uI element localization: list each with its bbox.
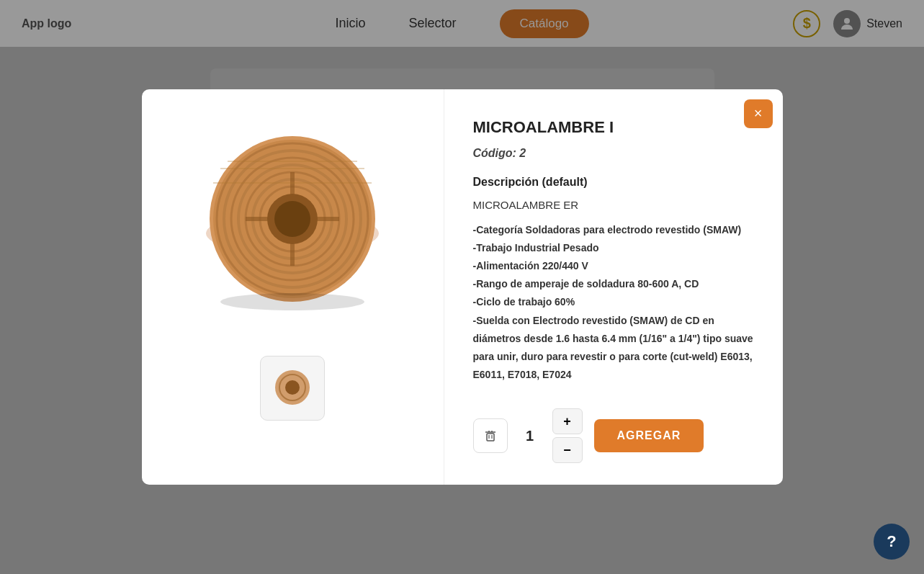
modal-overlay: × [0, 0, 924, 574]
modal-right-panel: MICROALAMBRE I Código: 2 Descripción (de… [444, 89, 783, 485]
product-image [192, 125, 393, 327]
product-specs: -Categoría Soldadoras para electrodo rev… [473, 221, 754, 385]
product-desc-name: MICROALAMBRE ER [473, 199, 754, 211]
trash-icon [483, 429, 498, 443]
modal-close-button[interactable]: × [744, 99, 773, 128]
product-thumbnail[interactable] [260, 356, 325, 421]
thumbnail-image [273, 368, 313, 408]
product-modal: × [142, 89, 783, 485]
svg-point-20 [220, 293, 364, 310]
quantity-controls: + − [552, 408, 583, 463]
add-to-cart-button[interactable]: AGREGAR [594, 419, 704, 452]
spec-5: -Ciclo de trabajo 60% [473, 293, 754, 311]
spec-1: -Categoría Soldadoras para electrodo rev… [473, 221, 754, 239]
svg-point-12 [274, 201, 310, 237]
spec-3: -Alimentación 220/440 V [473, 257, 754, 275]
spec-6: -Suelda con Electrodo revestido (SMAW) d… [473, 312, 754, 385]
product-title: MICROALAMBRE I [473, 118, 754, 137]
quantity-increment-button[interactable]: + [552, 408, 583, 434]
help-button[interactable]: ? [874, 524, 910, 560]
svg-point-23 [285, 380, 300, 395]
spec-4: -Rango de amperaje de soldadura 80-600 A… [473, 275, 754, 293]
product-desc-label: Descripción (default) [473, 176, 754, 189]
svg-rect-24 [487, 434, 494, 441]
product-image-area [184, 118, 400, 334]
quantity-decrement-button[interactable]: − [552, 437, 583, 463]
product-code: Código: 2 [473, 147, 754, 160]
modal-left-panel [142, 89, 444, 485]
modal-actions: 1 + − AGREGAR [473, 394, 754, 463]
spec-2: -Trabajo Industrial Pesado [473, 239, 754, 257]
quantity-value: 1 [519, 428, 541, 444]
delete-button[interactable] [473, 418, 508, 453]
